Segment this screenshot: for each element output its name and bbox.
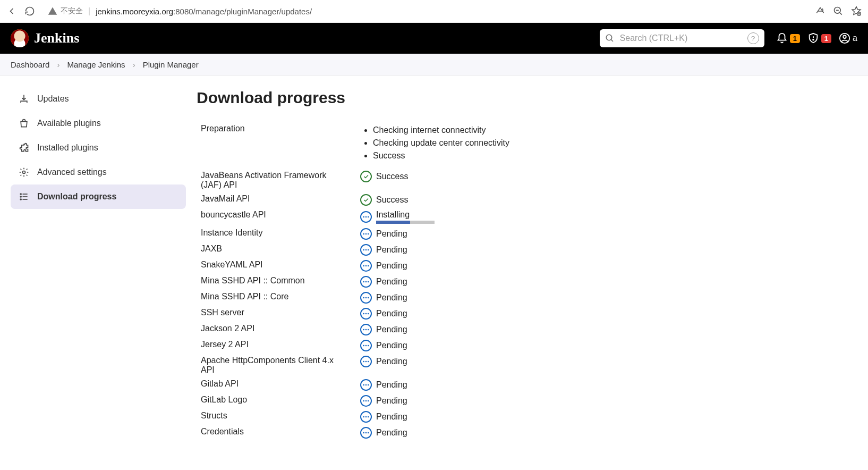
list-icon <box>18 191 30 203</box>
pending-icon <box>360 308 372 320</box>
plugin-status-cell: Pending <box>356 322 675 338</box>
plugin-status-cell: Pending <box>356 377 675 393</box>
plugin-name: Mina SSHD API :: Core <box>197 290 356 306</box>
svg-point-39 <box>368 361 369 363</box>
sidebar-item-installed[interactable]: Installed plugins <box>11 136 186 160</box>
svg-point-33 <box>368 329 369 331</box>
svg-point-50 <box>365 432 367 434</box>
download-icon <box>18 93 30 105</box>
plugin-status-cell: Pending <box>356 274 675 290</box>
plugin-status-cell: Pending <box>356 242 675 258</box>
table-ow: Mina SSHD API :: CorePending <box>197 290 675 306</box>
pending-icon <box>360 340 372 351</box>
sidebar-item-label: Updates <box>37 94 69 104</box>
sidebar-item-label: Download progress <box>37 192 116 202</box>
svg-point-27 <box>368 297 369 299</box>
table-ow: Gitlab APIPending <box>197 377 675 393</box>
breadcrumb: Dashboard › Manage Jenkins › Plugin Mana… <box>0 54 868 76</box>
preparation-label: Preparation <box>197 122 356 164</box>
url-field[interactable]: 不安全 | jenkins.mooreyxia.org:8080/manage/… <box>42 4 807 18</box>
table-ow: Jersey 2 APIPending <box>197 338 675 354</box>
svg-point-46 <box>363 416 364 418</box>
progress-table: Preparation Checking internet connectivi… <box>197 122 675 441</box>
page-title: Download progress <box>197 89 857 107</box>
insecure-label: 不安全 <box>61 6 83 16</box>
svg-point-8 <box>20 196 21 197</box>
shield-alert-icon <box>807 32 819 44</box>
prep-step: Checking update center connectivity <box>373 137 670 149</box>
install-progress-bar <box>376 221 435 224</box>
plugin-name: JAXB <box>197 242 356 258</box>
pending-icon <box>360 292 372 304</box>
breadcrumb-item[interactable]: Plugin Manager <box>143 60 199 69</box>
breadcrumb-item[interactable]: Manage Jenkins <box>67 60 125 69</box>
svg-point-31 <box>363 329 364 331</box>
plugin-status: Pending <box>376 357 407 366</box>
plugin-status-cell: Success <box>356 169 675 192</box>
plugin-name: Jersey 2 API <box>197 338 356 354</box>
table-ow: Apache HttpComponents Client 4.x APIPend… <box>197 354 675 377</box>
url-divider: | <box>88 6 90 16</box>
sidebar-item-advanced[interactable]: Advanced settings <box>11 160 186 184</box>
zoom-icon[interactable] <box>833 6 844 16</box>
search-box[interactable]: ? <box>600 29 764 47</box>
sidebar: Updates Available plugins Installed plug… <box>0 76 191 462</box>
svg-point-49 <box>363 432 364 434</box>
svg-point-34 <box>363 345 364 347</box>
search-help-icon[interactable]: ? <box>747 32 759 44</box>
plugin-name: bouncycastle API <box>197 208 356 226</box>
plugin-status: Pending <box>376 261 407 270</box>
sidebar-item-download-progress[interactable]: Download progress <box>11 184 186 209</box>
read-aloud-icon[interactable] <box>815 6 826 16</box>
breadcrumb-item[interactable]: Dashboard <box>11 60 49 69</box>
svg-point-12 <box>368 216 369 218</box>
bag-icon <box>18 118 30 129</box>
plugin-status: Pending <box>376 412 407 421</box>
prep-step: Success <box>373 149 670 162</box>
pending-icon <box>360 244 372 256</box>
pending-icon <box>360 411 372 423</box>
search-input[interactable] <box>620 33 742 43</box>
search-icon <box>605 33 615 43</box>
sidebar-item-available[interactable]: Available plugins <box>11 111 186 136</box>
url-text: jenkins.mooreyxia.org:8080/manage/plugin… <box>96 7 312 16</box>
bell-icon <box>776 32 788 44</box>
plugin-name: GitLab Logo <box>197 393 356 409</box>
svg-point-47 <box>365 416 367 418</box>
svg-point-40 <box>363 384 364 386</box>
svg-point-43 <box>363 400 364 402</box>
chevron-right-icon: › <box>133 60 135 69</box>
svg-point-16 <box>363 249 364 251</box>
prep-step: Checking internet connectivity <box>373 124 670 137</box>
insecure-warning: 不安全 <box>48 6 83 16</box>
back-icon[interactable] <box>6 6 17 16</box>
sidebar-item-updates[interactable]: Updates <box>11 87 186 111</box>
svg-point-36 <box>368 345 369 347</box>
pending-icon <box>360 379 372 391</box>
favorite-icon[interactable] <box>851 6 862 16</box>
svg-point-32 <box>365 329 367 331</box>
user-icon <box>839 32 850 44</box>
alerts-button[interactable]: 1 <box>807 32 831 44</box>
plugin-name: Credentials <box>197 425 356 441</box>
user-menu[interactable]: a <box>839 32 857 44</box>
success-icon <box>360 171 372 182</box>
plugin-status: Pending <box>376 309 407 318</box>
table-ow: Jackson 2 APIPending <box>197 322 675 338</box>
plugin-name: Mina SSHD API :: Common <box>197 274 356 290</box>
notifications-button[interactable]: 1 <box>776 32 800 44</box>
plugin-status-cell: Pending <box>356 409 675 425</box>
table-ow: Mina SSHD API :: CommonPending <box>197 274 675 290</box>
svg-point-26 <box>365 297 367 299</box>
refresh-icon[interactable] <box>24 6 35 16</box>
svg-point-9 <box>20 199 21 200</box>
plugin-status-cell: Pending <box>356 258 675 274</box>
plugin-name: JavaBeans Activation Framework (JAF) API <box>197 169 356 192</box>
preparation-row: Preparation Checking internet connectivi… <box>197 122 675 164</box>
svg-point-25 <box>363 297 364 299</box>
pending-icon <box>360 324 372 335</box>
logo[interactable]: Jenkins <box>11 29 79 47</box>
svg-point-28 <box>363 313 364 315</box>
chevron-right-icon: › <box>57 60 59 69</box>
svg-point-13 <box>363 233 364 235</box>
